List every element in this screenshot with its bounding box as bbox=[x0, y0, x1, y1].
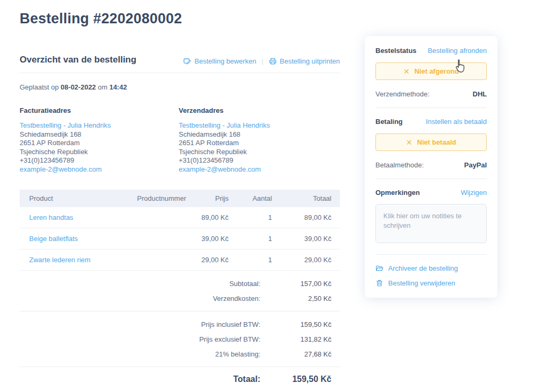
billing-phone: +31(0)123456789 bbox=[20, 156, 179, 165]
shipping-customer-link[interactable]: Testbestelling - Julia Hendriks bbox=[179, 121, 270, 129]
shipping-email-link[interactable]: example-2@webnode.com bbox=[179, 165, 261, 173]
archive-order-label: Archiveer de bestelling bbox=[388, 264, 458, 272]
overview-header: Overzicht van de bestelling Bestelling b… bbox=[20, 55, 340, 73]
shipping-method-row: Verzendmethode: DHL bbox=[375, 90, 487, 98]
shipping-phone: +31(0)123456789 bbox=[179, 156, 338, 165]
edit-icon bbox=[183, 57, 191, 65]
tax-value: 27,68 Kč bbox=[260, 350, 340, 358]
notes-input[interactable] bbox=[375, 204, 487, 243]
divider bbox=[375, 108, 487, 108]
print-order-label: Bestelling uitprinten bbox=[280, 57, 340, 65]
product-price: 39,00 Kč bbox=[195, 235, 237, 243]
delete-order-label: Bestelling verwijderen bbox=[388, 279, 455, 287]
status-badge-label: Niet afgerond bbox=[414, 67, 459, 75]
col-product: Product bbox=[20, 194, 135, 202]
tax-label: 21% belasting: bbox=[154, 350, 260, 358]
subtotal-label: Subtotaal: bbox=[154, 280, 260, 288]
order-placed-line: Geplaatst op 08-02-2022 om 14:42 bbox=[20, 83, 340, 91]
printer-icon bbox=[269, 57, 277, 65]
price-incl-vat-label: Prijs inclusief BTW: bbox=[154, 320, 260, 328]
payment-method-value: PayPal bbox=[464, 161, 487, 169]
product-qty: 1 bbox=[237, 256, 281, 264]
shipping-street: Schiedamsedijk 168 bbox=[179, 130, 338, 139]
product-price: 29,00 Kč bbox=[195, 256, 237, 264]
order-detail-main: Bestelling #2202080002 Overzicht van de … bbox=[20, 7, 340, 391]
placed-prefix: Geplaatst op bbox=[20, 83, 59, 91]
placed-time: 14:42 bbox=[109, 83, 127, 91]
product-total: 39,00 Kč bbox=[281, 235, 340, 243]
edit-order-label: Bestelling bewerken bbox=[195, 57, 256, 65]
payment-badge-label: Niet betaald bbox=[417, 138, 457, 146]
shipping-address: Verzendadres Testbestelling - Julia Hend… bbox=[179, 106, 338, 174]
price-incl-vat-value: 159,50 Kč bbox=[260, 320, 340, 328]
notes-heading: Opmerkingen bbox=[375, 189, 420, 197]
subtotal-block: Subtotaal: 157,00 Kč Verzendkosten: 2,50… bbox=[20, 271, 340, 311]
price-excl-vat-value: 131,82 Kč bbox=[260, 335, 340, 343]
col-price: Prijs bbox=[195, 194, 237, 202]
subtotal-value: 157,00 Kč bbox=[260, 280, 340, 288]
edit-order-link[interactable]: Bestelling bewerken bbox=[183, 57, 256, 65]
complete-order-link[interactable]: Bestelling afronden bbox=[428, 47, 487, 55]
notes-header: Opmerkingen Wijzigen bbox=[375, 189, 487, 197]
shipping-method-label: Verzendmethode: bbox=[375, 90, 430, 98]
placed-date: 08-02-2022 bbox=[60, 83, 96, 91]
billing-customer-link[interactable]: Testbestelling - Julia Hendriks bbox=[20, 121, 111, 129]
x-icon: ✕ bbox=[406, 138, 413, 147]
billing-address: Facturatieadres Testbestelling - Julia H… bbox=[20, 106, 179, 174]
shipping-city: 2651 AP Rotterdam bbox=[179, 139, 338, 148]
order-status-panel: Bestelstatus Bestelling afronden ✕ Niet … bbox=[365, 36, 497, 298]
table-row: Leren handtas 89,00 Kč 1 89,00 Kč bbox=[20, 207, 340, 228]
products-table-header: Product Productnummer Prijs Aantal Totaa… bbox=[20, 190, 340, 207]
shipping-cost-label: Verzendkosten: bbox=[154, 295, 260, 302]
tax-block: Prijs inclusief BTW: 159,50 Kč Prijs exc… bbox=[20, 311, 340, 367]
shipping-method-value: DHL bbox=[472, 90, 487, 98]
price-excl-vat-label: Prijs exclusief BTW: bbox=[154, 335, 260, 343]
col-total: Totaal bbox=[281, 194, 340, 202]
shipping-cost-value: 2,50 Kč bbox=[260, 295, 340, 302]
totals-section: Subtotaal: 157,00 Kč Verzendkosten: 2,50… bbox=[20, 271, 340, 391]
billing-country: Tsjechische Republiek bbox=[20, 148, 179, 157]
billing-street: Schiedamsedijk 168 bbox=[20, 130, 179, 139]
payment-badge[interactable]: ✕ Niet betaald bbox=[375, 133, 487, 151]
overview-actions: Bestelling bewerken | Bestelling uitprin… bbox=[183, 57, 340, 65]
billing-email-link[interactable]: example-2@webnode.com bbox=[20, 165, 102, 173]
product-price: 89,00 Kč bbox=[195, 213, 237, 221]
table-row: Beige balletflats 39,00 Kč 1 39,00 Kč bbox=[20, 228, 340, 250]
product-total: 29,00 Kč bbox=[281, 256, 340, 264]
payment-method-label: Betaalmethode: bbox=[375, 161, 424, 169]
shipping-address-heading: Verzendadres bbox=[179, 106, 338, 114]
order-status-heading: Bestelstatus bbox=[375, 47, 416, 55]
overview-heading: Overzicht van de bestelling bbox=[20, 55, 136, 65]
product-qty: 1 bbox=[237, 235, 281, 243]
addresses: Facturatieadres Testbestelling - Julia H… bbox=[20, 106, 340, 174]
divider bbox=[375, 179, 487, 179]
status-badge[interactable]: ✕ Niet afgerond bbox=[375, 63, 487, 80]
products-table: Product Productnummer Prijs Aantal Totaa… bbox=[20, 190, 340, 271]
product-qty: 1 bbox=[237, 213, 281, 221]
grand-total-label: Totaal: bbox=[154, 375, 260, 384]
grand-total-value: 159,50 Kč bbox=[260, 375, 340, 384]
set-paid-link[interactable]: Instellen als betaald bbox=[426, 118, 487, 126]
archive-order-link[interactable]: Archiveer de bestelling bbox=[375, 264, 487, 272]
shipping-country: Tsjechische Republiek bbox=[179, 148, 338, 157]
print-order-link[interactable]: Bestelling uitprinten bbox=[269, 57, 340, 65]
product-link[interactable]: Zwarte lederen riem bbox=[29, 256, 91, 264]
payment-header: Betaling Instellen als betaald bbox=[375, 118, 487, 126]
product-total: 89,00 Kč bbox=[281, 213, 340, 221]
edit-notes-link[interactable]: Wijzigen bbox=[461, 189, 487, 197]
order-status-header: Bestelstatus Bestelling afronden bbox=[375, 47, 487, 55]
delete-order-link[interactable]: Bestelling verwijderen bbox=[375, 279, 487, 287]
payment-method-row: Betaalmethode: PayPal bbox=[375, 161, 487, 169]
trash-icon bbox=[375, 279, 383, 287]
payment-heading: Betaling bbox=[375, 118, 402, 126]
col-productnumber: Productnummer bbox=[135, 194, 195, 202]
placed-mid: om bbox=[98, 83, 107, 91]
x-icon: ✕ bbox=[404, 67, 410, 76]
divider bbox=[375, 254, 487, 255]
link-separator: | bbox=[261, 57, 263, 65]
product-link[interactable]: Leren handtas bbox=[29, 213, 73, 221]
col-quantity: Aantal bbox=[237, 194, 281, 202]
product-link[interactable]: Beige balletflats bbox=[29, 235, 78, 243]
billing-address-heading: Facturatieadres bbox=[20, 106, 179, 114]
billing-city: 2651 AP Rotterdam bbox=[20, 139, 179, 148]
